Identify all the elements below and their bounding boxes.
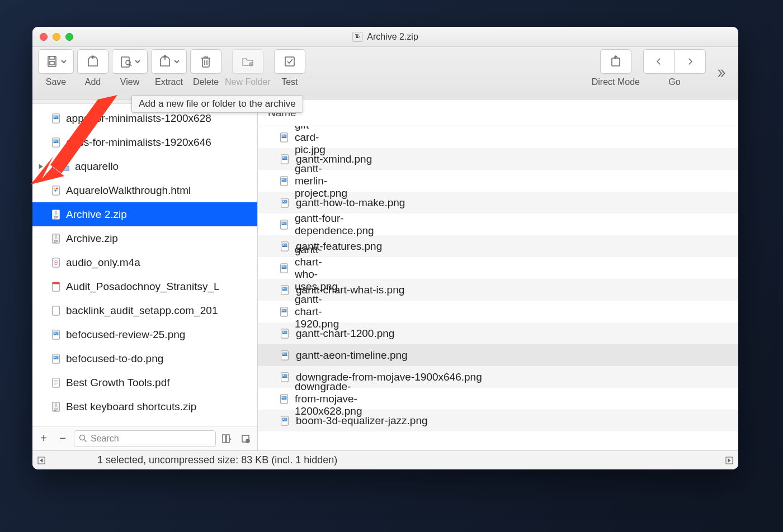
svg-point-80 (283, 375, 284, 376)
svg-text:ZIP: ZIP (54, 240, 58, 243)
sidebar-item-label: Archive 2.zip (66, 208, 127, 221)
file-icon (279, 349, 290, 362)
app-window: 🗜 Archive 2.zip Save Add (32, 27, 738, 469)
svg-point-47 (282, 135, 284, 136)
svg-point-59 (282, 222, 284, 224)
column-header-name[interactable]: Name (258, 99, 738, 126)
file-icon (279, 415, 290, 427)
svg-point-44 (247, 440, 248, 441)
view-label: View (120, 77, 139, 87)
file-icon (279, 306, 289, 318)
svg-point-3 (126, 60, 130, 65)
new-folder-label: New Folder (225, 77, 271, 87)
new-folder-icon (241, 55, 254, 68)
left-corner-icon[interactable] (36, 455, 47, 466)
svg-point-62 (283, 244, 284, 245)
sidebar-item[interactable]: Audit_Posadochnoy_Stranitsy_L (32, 274, 257, 298)
checkbox-icon (283, 55, 296, 68)
delete-label: Delete (193, 77, 219, 87)
sidebar-item[interactable]: Best Growth Tools.pdf (32, 370, 257, 395)
file-row[interactable]: downgrade-from-mojave-1200x628.png (258, 388, 279, 410)
sidebar-item[interactable]: ZIPArchive 2.zip (32, 202, 257, 226)
search-input[interactable]: Search (74, 430, 216, 447)
svg-point-31 (54, 332, 55, 334)
sidebar-item[interactable]: befocused-to-do.png (32, 346, 257, 370)
sidebar-item[interactable]: befocused-review-25.png (32, 322, 257, 346)
file-icon (279, 284, 290, 296)
svg-rect-40 (223, 435, 225, 443)
sidebar-item-label: befocused-to-do.png (66, 353, 163, 365)
save-label: Save (46, 77, 66, 87)
svg-point-53 (282, 179, 284, 180)
go-back-button[interactable] (643, 49, 674, 74)
add-label: Add (85, 77, 101, 87)
delete-button[interactable] (190, 49, 221, 74)
sidebar-item[interactable]: ZIPBest keyboard shortcuts.zip (32, 395, 257, 419)
svg-point-71 (282, 310, 284, 311)
file-row[interactable]: gift-card-pic.jpg (258, 126, 279, 148)
direct-mode-button[interactable] (600, 49, 631, 74)
columns-icon[interactable] (219, 431, 235, 446)
test-button[interactable] (274, 49, 305, 74)
add-item-button[interactable]: + (36, 431, 51, 446)
file-icon (279, 240, 290, 253)
file-name: gantt-chart-1920.png (295, 293, 339, 330)
svg-point-77 (283, 353, 284, 354)
file-name: boom-3d-equalizer-jazz.png (296, 415, 428, 427)
svg-rect-28 (53, 306, 60, 315)
svg-point-50 (283, 157, 284, 158)
go-label: Go (668, 77, 680, 87)
svg-text:ZIP: ZIP (54, 216, 58, 219)
file-icon (279, 175, 289, 187)
save-icon (45, 55, 59, 68)
svg-rect-27 (53, 282, 60, 284)
file-row[interactable]: gantt-aeon-timeline.png (258, 344, 738, 366)
right-corner-icon[interactable] (724, 455, 735, 466)
add-icon (86, 55, 100, 68)
new-folder-button[interactable] (232, 49, 263, 74)
file-row[interactable]: gantt-chart-1920.png (258, 301, 279, 322)
sidebar-item[interactable]: backlink_audit_setapp.com_201 (32, 298, 257, 322)
titlebar: 🗜 Archive 2.zip (32, 27, 738, 47)
sidebar-item[interactable]: audio_only.m4a (32, 250, 257, 274)
svg-point-25 (55, 262, 57, 263)
toolbar-overflow-button[interactable] (709, 67, 733, 82)
svg-point-86 (283, 419, 284, 420)
trash-icon (199, 55, 213, 68)
file-icon (50, 281, 62, 293)
file-row[interactable]: gantt-four-dependence.png (258, 213, 279, 235)
file-row[interactable]: gantt-chart-who-uses.png (258, 257, 279, 279)
file-icon: ZIP (50, 232, 62, 245)
add-button[interactable] (77, 49, 109, 74)
file-icon (50, 353, 62, 365)
sidebar-item-label: audio_only.m4a (66, 256, 140, 269)
file-name: gantt-four-dependence.png (295, 212, 374, 237)
preview-icon[interactable] (238, 431, 254, 446)
extract-icon (158, 55, 172, 68)
archive-icon: 🗜 (352, 32, 362, 42)
minimize-icon[interactable] (53, 33, 60, 41)
file-name: gantt-aeon-timeline.png (296, 349, 408, 362)
sidebar-item-label: Archive.zip (66, 232, 118, 245)
file-row[interactable]: gantt-merlin-project.png (258, 170, 279, 192)
status-text: 1 selected, uncompressed size: 83 KB (in… (97, 454, 337, 466)
svg-text:ZIP: ZIP (54, 408, 58, 411)
svg-point-74 (283, 331, 284, 332)
svg-point-34 (54, 357, 55, 358)
file-list: gift-card-pic.jpg gantt-xmind.png gantt-… (258, 126, 738, 450)
view-button[interactable] (112, 49, 148, 74)
file-icon (279, 393, 289, 405)
sidebar-item[interactable]: ZIPArchive.zip (32, 226, 257, 250)
file-icon (279, 371, 290, 383)
file-icon (50, 329, 62, 341)
remove-item-button[interactable]: − (55, 431, 70, 446)
extract-button[interactable] (151, 49, 187, 74)
svg-point-39 (80, 435, 85, 440)
close-icon[interactable] (40, 33, 48, 41)
zoom-icon[interactable] (65, 33, 73, 41)
go-forward-button[interactable] (674, 49, 706, 74)
save-button[interactable] (38, 49, 74, 74)
content-area: apps-for-minimalists-1200x628apps-for-mi… (32, 99, 738, 450)
sidebar-item-label: Audit_Posadochnoy_Stranitsy_L (66, 281, 220, 293)
chevron-down-icon (135, 56, 140, 66)
